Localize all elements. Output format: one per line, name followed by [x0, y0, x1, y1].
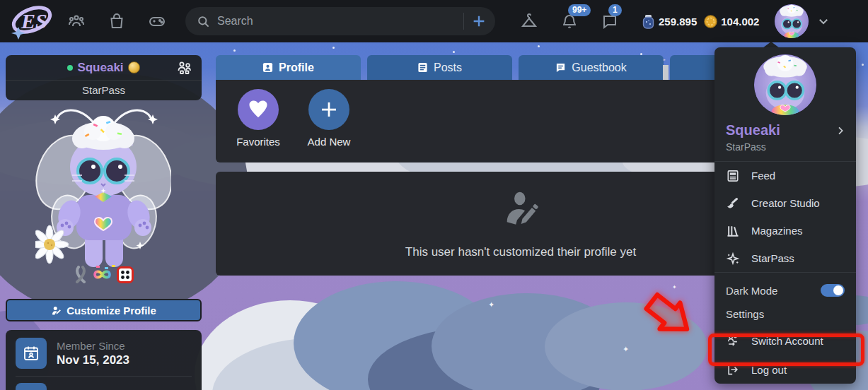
switch-account-icon — [726, 333, 740, 348]
gold-badge-icon — [128, 61, 140, 73]
search-input[interactable] — [217, 15, 456, 28]
last-seen-tile — [16, 383, 47, 390]
dropdown-account-row[interactable]: Squeaki — [714, 115, 856, 138]
favorites-button[interactable]: Favorites — [233, 89, 284, 162]
everskies-logo[interactable]: ES — [8, 3, 54, 40]
profile-card: Squeaki StarPass — [6, 55, 202, 100]
dropdown-divider — [714, 272, 856, 273]
profile-tab-icon — [262, 62, 273, 73]
menu-item-feed[interactable]: Feed — [714, 162, 856, 189]
profile-badges — [6, 266, 202, 283]
search-bar — [185, 7, 495, 35]
dropdown-avatar[interactable] — [754, 54, 816, 115]
dropdown-tier: StarPass — [714, 138, 856, 161]
favorites-label: Favorites — [236, 136, 280, 148]
notifications-button[interactable]: 99+ — [561, 13, 578, 30]
coin-amount: 104.002 — [721, 16, 759, 28]
toggle-knob — [833, 285, 843, 295]
menu-item-magazines-label: Magazines — [751, 225, 803, 237]
menu-item-settings[interactable]: Settings — [714, 302, 856, 326]
search-divider — [463, 13, 464, 30]
online-status-dot — [67, 65, 73, 71]
dark-mode-label: Dark Mode — [726, 285, 777, 297]
star-decoration — [453, 51, 455, 53]
menu-item-logout-label: Log out — [751, 364, 787, 376]
star-decoration — [538, 45, 540, 47]
starpass-icon — [726, 252, 740, 266]
coin-balance: 104.002 — [704, 15, 759, 28]
menu-item-switch-account-label: Switch Account — [751, 335, 823, 347]
search-add-icon[interactable] — [471, 13, 487, 29]
stardust-balance: 259.895 — [642, 14, 697, 29]
stardust-amount: 259.895 — [659, 16, 697, 28]
menu-item-starpass[interactable]: StarPass — [714, 244, 856, 272]
tab-guestbook[interactable]: Guestbook — [519, 55, 664, 80]
account-dropdown: Squeaki StarPass Feed Creator Studio Mag… — [714, 47, 856, 384]
top-navbar: ES 99+ — [0, 0, 868, 42]
member-since-label: Member Since — [57, 339, 129, 353]
menu-item-logout[interactable]: Log out — [714, 356, 856, 384]
member-since-tile — [16, 338, 47, 369]
user-avatar[interactable] — [775, 4, 809, 38]
community-icon[interactable] — [68, 13, 85, 30]
games-controller-icon[interactable] — [149, 13, 166, 30]
customize-profile-button[interactable]: Customize Profile — [6, 299, 202, 321]
posts-tab-icon — [417, 62, 428, 73]
message-badge: 1 — [608, 4, 622, 16]
chevron-down-icon[interactable] — [817, 15, 830, 28]
dice-badge-icon — [117, 266, 134, 283]
customize-profile-label: Customize Profile — [66, 305, 156, 317]
profile-info-card: Member Since Nov 15, 2023 Last Seen — [6, 330, 202, 390]
heart-icon — [248, 99, 269, 120]
tab-posts[interactable]: Posts — [367, 55, 512, 80]
dark-mode-toggle[interactable] — [821, 284, 845, 297]
edit-profile-icon — [500, 189, 541, 230]
star-jar-icon — [642, 14, 655, 29]
star-decoration — [332, 47, 335, 49]
notification-badge: 99+ — [568, 4, 591, 16]
last-seen-row: Last Seen — [16, 383, 192, 390]
logout-icon — [726, 362, 740, 377]
dropdown-username: Squeaki — [726, 122, 835, 138]
menu-item-switch-account[interactable]: Switch Account — [714, 326, 856, 356]
tab-profile-label: Profile — [279, 61, 314, 74]
sparkle-decoration: ✦ — [488, 300, 494, 309]
search-icon — [197, 15, 210, 28]
plus-icon — [318, 99, 340, 120]
sparkle-decoration: ✦ — [672, 284, 677, 290]
svg-text:ES: ES — [21, 9, 47, 32]
menu-item-settings-label: Settings — [726, 308, 764, 320]
messages-button[interactable]: 1 — [601, 13, 618, 30]
member-since-row: Member Since Nov 15, 2023 — [16, 338, 192, 369]
favorites-circle — [238, 89, 279, 130]
books-icon — [726, 224, 740, 238]
dark-mode-row: Dark Mode — [714, 278, 856, 302]
profile-username: Squeaki — [77, 61, 123, 75]
ribbon-badge-icon — [74, 266, 88, 283]
shop-bag-icon[interactable] — [108, 13, 125, 30]
menu-item-magazines[interactable]: Magazines — [714, 217, 856, 244]
star-decoration — [233, 49, 236, 52]
wardrobe-hanger-icon[interactable] — [521, 13, 538, 30]
friends-icon[interactable] — [176, 59, 193, 76]
profile-tier: StarPass — [6, 81, 202, 100]
tab-guestbook-label: Guestbook — [572, 61, 626, 74]
menu-item-feed-label: Feed — [751, 170, 775, 182]
add-new-label: Add New — [308, 136, 351, 148]
add-new-button[interactable]: Add New — [303, 89, 354, 162]
star-decoration — [862, 64, 864, 66]
sparkle-decoration: ✦ — [623, 345, 629, 354]
menu-item-creator-studio[interactable]: Creator Studio — [714, 189, 856, 217]
tab-scroll-indicator — [663, 65, 669, 80]
infinity-badge-icon — [91, 268, 113, 281]
add-new-circle — [308, 89, 349, 130]
empty-profile-message: This user hasn't customized their profil… — [405, 245, 636, 259]
customize-icon — [51, 305, 62, 316]
tab-profile[interactable]: Profile — [216, 55, 361, 80]
menu-item-starpass-label: StarPass — [751, 252, 794, 264]
dress-up-avatar — [35, 96, 171, 270]
coin-icon — [704, 15, 717, 28]
tab-posts-label: Posts — [434, 61, 462, 74]
info-divider — [16, 376, 192, 377]
feed-icon — [726, 169, 740, 183]
